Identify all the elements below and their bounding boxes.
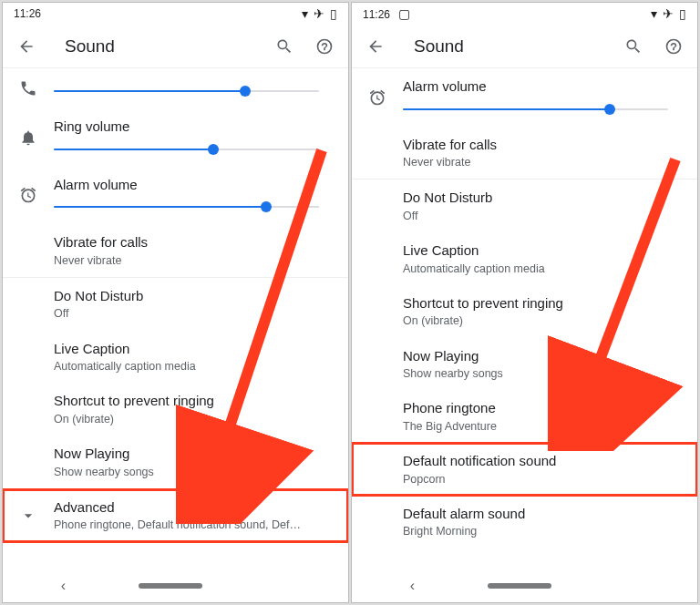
dnd-row[interactable]: Do Not Disturb Off <box>3 278 348 331</box>
help-button[interactable] <box>657 30 690 63</box>
row-label: Default alarm sound <box>403 505 683 523</box>
phone-right: 11:26 ▢ ▾ ✈ ▯ Sound <box>351 2 698 603</box>
page-title: Sound <box>50 36 261 56</box>
row-label: Now Playing <box>403 347 683 365</box>
airplane-icon: ✈ <box>314 7 324 20</box>
row-label: Default notification sound <box>403 452 683 470</box>
search-button[interactable] <box>268 30 301 63</box>
alarm-volume-slider[interactable] <box>403 101 668 118</box>
settings-list: Alarm volume Vibrate for calls Never vib… <box>352 68 697 569</box>
phone-icon <box>19 79 37 97</box>
row-sub: Bright Morning <box>403 524 683 538</box>
alarm-volume-slider[interactable] <box>54 199 319 215</box>
ring-volume-label: Ring volume <box>54 118 319 136</box>
help-icon <box>664 37 683 56</box>
back-button[interactable] <box>359 30 392 63</box>
wifi-icon: ▾ <box>651 7 657 20</box>
search-icon <box>275 37 293 56</box>
nav-bar: ‹ <box>352 569 697 602</box>
shortcut-row[interactable]: Shortcut to prevent ringing On (vibrate) <box>3 383 348 436</box>
status-bar: 11:26 ▢ ▾ ✈ ▯ <box>352 3 697 25</box>
row-label: Shortcut to prevent ringing <box>54 392 334 410</box>
row-label: Do Not Disturb <box>403 189 683 207</box>
phone-left: 11:26 ▾ ✈ ▯ Sound <box>2 2 349 603</box>
row-label: Live Caption <box>54 340 334 358</box>
row-label: Shortcut to prevent ringing <box>403 294 683 313</box>
row-sub: Automatically caption media <box>403 261 683 276</box>
row-label: Now Playing <box>54 445 334 463</box>
dnd-row[interactable]: Do Not Disturb Off <box>352 179 697 232</box>
bell-icon <box>19 128 37 147</box>
row-label: Vibrate for calls <box>54 233 334 251</box>
status-time: 11:26 <box>14 7 41 20</box>
row-sub: On (vibrate) <box>403 313 683 328</box>
row-sub: Phone ringtone, Default notification sou… <box>54 518 334 532</box>
call-volume-slider[interactable] <box>54 83 319 99</box>
battery-icon: ▯ <box>330 7 337 20</box>
ring-volume-slider[interactable] <box>54 141 319 158</box>
home-pill[interactable] <box>488 583 551 589</box>
arrow-back-icon <box>17 37 36 56</box>
row-sub: Show nearby songs <box>54 465 334 479</box>
alarm-volume-label: Alarm volume <box>403 77 668 96</box>
ring-volume-row[interactable]: Ring volume <box>3 108 348 167</box>
row-label: Vibrate for calls <box>403 136 683 154</box>
row-sub: The Big Adventure <box>403 419 683 434</box>
app-bar: Sound <box>3 25 348 68</box>
nav-bar: ‹ <box>3 569 348 602</box>
row-label: Do Not Disturb <box>54 287 334 305</box>
notification-icon: ▢ <box>398 6 410 21</box>
settings-list: Ring volume Alarm volume <box>3 68 348 569</box>
status-time: 11:26 <box>363 8 390 21</box>
live-caption-row[interactable]: Live Caption Automatically caption media <box>3 331 348 384</box>
phone-ringtone-row[interactable]: Phone ringtone The Big Adventure <box>352 390 697 443</box>
row-label: Phone ringtone <box>403 399 683 417</box>
home-pill[interactable] <box>139 583 202 589</box>
search-button[interactable] <box>617 30 650 63</box>
row-sub: Off <box>403 209 683 223</box>
shortcut-row[interactable]: Shortcut to prevent ringing On (vibrate) <box>352 285 697 338</box>
alarm-icon <box>368 88 386 107</box>
help-button[interactable] <box>308 30 341 63</box>
live-caption-row[interactable]: Live Caption Automatically caption media <box>352 232 697 285</box>
help-icon <box>315 37 334 56</box>
wifi-icon: ▾ <box>302 7 308 20</box>
now-playing-row[interactable]: Now Playing Show nearby songs <box>3 436 348 488</box>
row-sub: Popcorn <box>403 472 683 487</box>
row-label: Advanced <box>54 498 334 517</box>
arrow-back-icon <box>366 37 385 56</box>
alarm-volume-row[interactable]: Alarm volume <box>352 68 697 127</box>
advanced-row[interactable]: Advanced Phone ringtone, Default notific… <box>3 489 348 542</box>
row-sub: Show nearby songs <box>403 366 683 381</box>
battery-icon: ▯ <box>679 7 686 20</box>
row-sub: Never vibrate <box>403 155 683 169</box>
row-sub: Off <box>54 306 334 321</box>
alarm-volume-label: Alarm volume <box>54 176 319 194</box>
status-bar: 11:26 ▾ ✈ ▯ <box>3 3 348 25</box>
default-notification-sound-row[interactable]: Default notification sound Popcorn <box>352 443 697 496</box>
search-icon <box>624 37 643 56</box>
app-bar: Sound <box>352 25 697 68</box>
chevron-down-icon <box>19 507 37 525</box>
now-playing-row[interactable]: Now Playing Show nearby songs <box>352 338 697 391</box>
default-alarm-sound-row[interactable]: Default alarm sound Bright Morning <box>352 496 697 549</box>
vibrate-for-calls-row[interactable]: Vibrate for calls Never vibrate <box>3 224 348 277</box>
alarm-icon <box>19 186 37 204</box>
row-sub: On (vibrate) <box>54 412 334 426</box>
row-sub: Never vibrate <box>54 253 334 268</box>
row-sub: Automatically caption media <box>54 359 334 374</box>
row-label: Live Caption <box>403 241 683 260</box>
page-title: Sound <box>399 36 610 56</box>
call-volume-row[interactable] <box>3 68 348 108</box>
back-button[interactable] <box>10 30 43 63</box>
alarm-volume-row[interactable]: Alarm volume <box>3 167 348 225</box>
nav-back-icon[interactable]: ‹ <box>61 578 66 594</box>
vibrate-for-calls-row[interactable]: Vibrate for calls Never vibrate <box>352 127 697 179</box>
nav-back-icon[interactable]: ‹ <box>410 578 415 594</box>
airplane-icon: ✈ <box>663 7 674 20</box>
